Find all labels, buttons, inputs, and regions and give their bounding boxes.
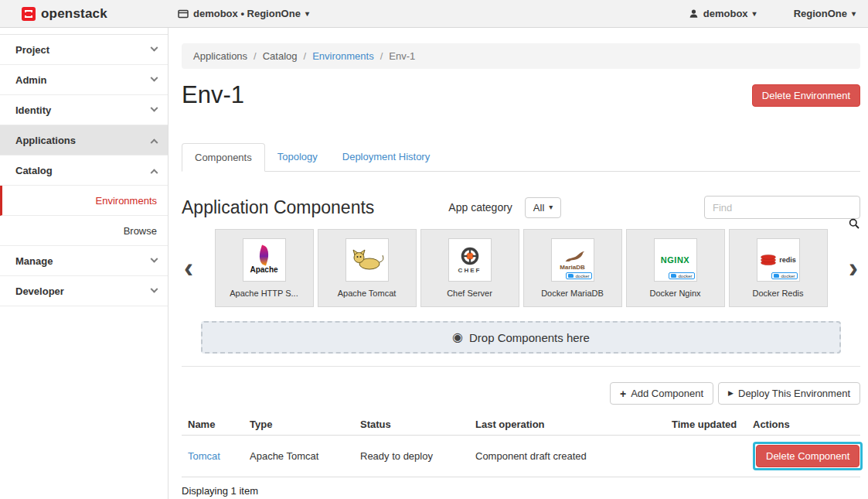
chevron-up-icon	[151, 169, 158, 176]
table-header-row: Name Type Status Last operation Time upd…	[182, 414, 860, 436]
breadcrumb-catalog: Catalog	[263, 50, 298, 62]
target-icon: ◉	[452, 331, 463, 343]
play-icon: ▶	[728, 390, 734, 397]
chevron-down-icon	[151, 73, 158, 81]
sidebar-item-developer[interactable]: Developer	[0, 276, 168, 306]
plus-icon: +	[620, 388, 626, 399]
chef-logo: CHEF	[448, 238, 492, 282]
user-icon	[689, 9, 699, 19]
caret-down-icon: ▾	[305, 10, 309, 18]
component-card-apache-tomcat[interactable]: Apache Tomcat	[318, 229, 417, 307]
environment-actions: + Add Component ▶ Deploy This Environmen…	[182, 382, 860, 405]
tomcat-cat-icon	[350, 248, 384, 272]
region-dropdown[interactable]: RegionOne ▾	[794, 8, 856, 19]
dropzone-label: Drop Components here	[469, 331, 590, 344]
sidebar-item-environments[interactable]: Environments	[0, 186, 168, 216]
col-time-updated: Time updated	[665, 414, 747, 436]
components-table: Name Type Status Last operation Time upd…	[182, 414, 860, 477]
delete-component-button[interactable]: Delete Component	[756, 445, 859, 467]
click-highlight: Delete Component	[753, 442, 863, 470]
component-time-updated	[665, 436, 747, 477]
redis-logo-row: redis	[760, 254, 796, 266]
card-label: Apache HTTP S...	[230, 289, 298, 298]
breadcrumb-environments-link[interactable]: Environments	[312, 50, 373, 62]
chevron-down-icon	[151, 285, 158, 292]
sidebar-item-project[interactable]: Project	[0, 35, 168, 65]
component-status: Ready to deploy	[354, 436, 469, 477]
component-card-docker-nginx[interactable]: NGINX docker Docker Nginx	[626, 229, 725, 307]
docker-badge: docker	[771, 272, 797, 279]
chef-gear-icon	[460, 246, 480, 266]
component-card-chef-server[interactable]: CHEF Chef Server	[420, 229, 519, 307]
card-label: Apache Tomcat	[338, 289, 397, 298]
chevron-down-icon	[151, 104, 158, 111]
content: Applications / Catalog / Environments / …	[168, 28, 868, 499]
table-row: Tomcat Apache Tomcat Ready to deploy Com…	[182, 436, 860, 477]
user-dropdown[interactable]: demobox ▾	[689, 8, 757, 19]
breadcrumb-separator: /	[380, 50, 383, 62]
project-context-dropdown[interactable]: demobox • RegionOne ▾	[178, 8, 309, 19]
main-layout: Project Admin Identity Applications Cata…	[0, 28, 868, 499]
search-icon[interactable]	[849, 218, 859, 232]
breadcrumb-current: Env-1	[389, 50, 415, 62]
sidebar-item-catalog[interactable]: Catalog	[0, 156, 168, 186]
find-input[interactable]	[704, 196, 860, 219]
col-type: Type	[243, 414, 354, 436]
carousel-prev-button[interactable]: ‹	[182, 255, 196, 282]
chevron-up-icon	[151, 138, 158, 146]
sidebar-item-label: Manage	[15, 255, 151, 267]
mariadb-seal-icon	[560, 250, 586, 263]
carousel-next-button[interactable]: ›	[846, 255, 860, 282]
docker-whale-icon	[671, 274, 676, 278]
tab-topology[interactable]: Topology	[265, 143, 330, 171]
tomcat-logo	[345, 238, 389, 282]
sidebar-item-manage[interactable]: Manage	[0, 246, 168, 276]
category-dropdown[interactable]: All ▾	[525, 197, 561, 218]
deploy-environment-label: Deploy This Environment	[738, 388, 850, 399]
mariadb-logo-text: MariaDB	[560, 264, 584, 271]
section-divider	[182, 366, 860, 367]
docker-badge-text: docker	[575, 274, 589, 279]
nginx-logo: NGINX docker	[654, 238, 697, 282]
mariadb-logo: MariaDB docker	[551, 238, 594, 282]
card-label: Docker Nginx	[649, 289, 700, 298]
brand-text: openstack	[41, 6, 107, 22]
sidebar-item-label: Environments	[15, 195, 157, 207]
apache-httpd-logo: Apache	[243, 238, 286, 282]
chevron-down-icon	[151, 43, 158, 51]
col-name: Name	[182, 414, 243, 436]
breadcrumb-separator: /	[304, 50, 307, 62]
component-card-apache-httpd[interactable]: Apache Apache HTTP S...	[215, 229, 314, 307]
docker-badge: docker	[566, 272, 591, 279]
add-component-button[interactable]: + Add Component	[610, 382, 713, 405]
delete-environment-button[interactable]: Delete Environment	[752, 84, 860, 107]
tab-bar: Components Topology Deployment History	[182, 143, 860, 172]
tab-components[interactable]: Components	[182, 143, 265, 172]
sidebar-item-applications[interactable]: Applications	[0, 125, 168, 156]
topbar: openstack demobox • RegionOne ▾ demobox …	[0, 0, 868, 28]
component-card-docker-mariadb[interactable]: MariaDB docker Docker MariaDB	[523, 229, 622, 307]
sidebar-item-label: Applications	[15, 135, 151, 146]
apache-feather-icon	[257, 245, 272, 266]
sidebar-item-identity[interactable]: Identity	[0, 95, 168, 125]
docker-badge-text: docker	[678, 274, 692, 279]
tab-deployment-history[interactable]: Deployment History	[330, 143, 442, 171]
user-label: demobox	[703, 8, 748, 19]
caret-down-icon: ▾	[852, 10, 856, 18]
component-name-link[interactable]: Tomcat	[188, 450, 220, 462]
component-card-docker-redis[interactable]: redis docker Docker Redis	[729, 229, 828, 307]
card-label: Docker MariaDB	[541, 289, 604, 298]
sidebar-item-admin[interactable]: Admin	[0, 65, 168, 95]
deploy-environment-button[interactable]: ▶ Deploy This Environment	[718, 382, 860, 405]
sidebar-item-browse[interactable]: Browse	[0, 216, 168, 246]
drop-components-zone[interactable]: ◉ Drop Components here	[201, 321, 841, 354]
title-row: Env-1 Delete Environment	[182, 80, 860, 111]
components-header-row: Application Components App category All …	[182, 195, 860, 220]
sidebar-item-label: Developer	[15, 285, 151, 297]
sidebar: Project Admin Identity Applications Cata…	[0, 28, 168, 499]
col-status: Status	[354, 414, 469, 436]
openstack-brand[interactable]: openstack	[22, 6, 178, 22]
chef-logo-text: CHEF	[458, 267, 482, 274]
components-carousel: ‹ Apache Apache HTTP S...	[182, 229, 860, 307]
components-heading: Application Components	[182, 197, 374, 218]
